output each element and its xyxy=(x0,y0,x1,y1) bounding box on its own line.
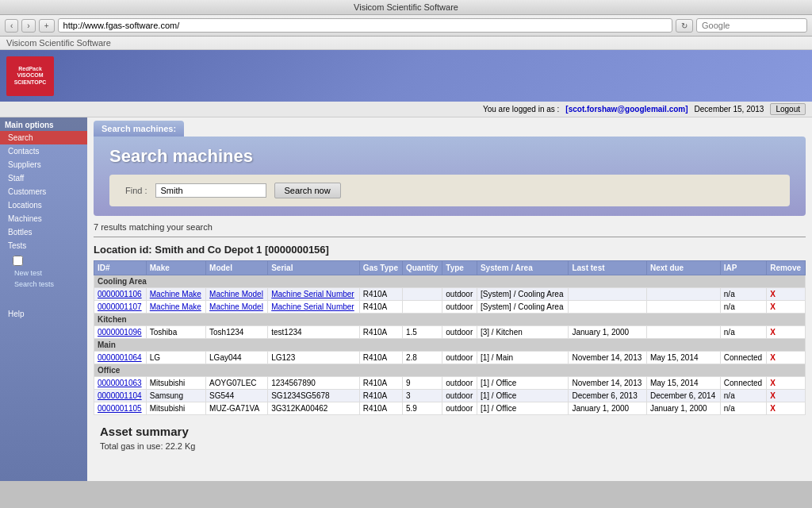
table-cell: AOYG07LEC xyxy=(206,377,268,390)
sidebar-item-customers[interactable]: Customers xyxy=(0,185,87,198)
table-cell: R410A xyxy=(359,326,402,339)
back-button[interactable]: ‹ xyxy=(5,19,18,33)
sidebar: Main options Search Contacts Suppliers S… xyxy=(0,117,87,481)
add-tab-button[interactable]: + xyxy=(39,19,55,33)
total-gas-label: Total gas in use: xyxy=(100,441,163,451)
table-cell[interactable]: X xyxy=(767,390,806,402)
user-email[interactable]: [scot.forshaw@googlemail.com] xyxy=(565,105,688,114)
table-cell: [1] / Main xyxy=(477,352,568,364)
location-header: Location id: Smith and Co Depot 1 [00000… xyxy=(94,244,806,256)
table-cell[interactable]: 0000001105 xyxy=(94,402,147,415)
logo-box: RedPackVISOCOMSCIENTOPC xyxy=(6,56,54,96)
sidebar-item-help[interactable]: Help xyxy=(0,307,87,321)
table-cell: LGay044 xyxy=(206,352,268,364)
table-cell xyxy=(402,301,442,314)
group-header-row: Office xyxy=(94,364,806,377)
table-cell[interactable]: 0000001096 xyxy=(94,326,147,339)
col-model: Model xyxy=(206,261,268,275)
table-cell: n/a xyxy=(720,326,766,339)
col-last-test: Last test xyxy=(569,261,647,275)
group-header-row: Cooling Area xyxy=(94,275,806,288)
bookmark-item[interactable]: Visicom Scientific Software xyxy=(6,38,111,48)
search-title: Search machines xyxy=(109,146,790,167)
search-now-button[interactable]: Search now xyxy=(274,183,341,198)
group-header-row: Kitchen xyxy=(94,314,806,326)
logo-text: RedPackVISOCOMSCIENTOPC xyxy=(14,66,47,86)
table-row: 0000001106Machine MakeMachine ModelMachi… xyxy=(94,288,806,301)
table-cell[interactable]: X xyxy=(767,377,806,390)
sidebar-item-locations[interactable]: Locations xyxy=(0,198,87,212)
col-id: ID# xyxy=(94,261,147,275)
sidebar-item-suppliers[interactable]: Suppliers xyxy=(0,158,87,171)
sidebar-sub-search-tests[interactable]: Search tests xyxy=(6,279,81,290)
sidebar-item-bottles[interactable]: Bottles xyxy=(0,225,87,239)
sidebar-section-label: Main options xyxy=(0,117,87,131)
forward-button[interactable]: › xyxy=(21,19,35,33)
logout-button[interactable]: Logout xyxy=(770,103,806,115)
table-cell: Machine Serial Number xyxy=(268,301,359,314)
table-cell: 2.8 xyxy=(402,352,442,364)
sidebar-item-staff[interactable]: Staff xyxy=(0,171,87,185)
table-cell: outdoor xyxy=(442,402,477,415)
sidebar-item-search[interactable]: Search xyxy=(0,131,87,144)
col-serial: Serial xyxy=(268,261,359,275)
table-cell: n/a xyxy=(720,301,766,314)
table-row: 0000001105MitsubishiMUZ-GA71VA3G312KA004… xyxy=(94,402,806,415)
table-cell[interactable]: 0000001064 xyxy=(94,352,147,364)
sidebar-sub-new-test[interactable]: New test xyxy=(6,267,81,279)
table-cell: SG1234SG5678 xyxy=(268,390,359,402)
sidebar-item-tests[interactable]: Tests xyxy=(0,239,87,252)
search-form-area: Find : Search now xyxy=(109,175,790,206)
table-cell[interactable]: X xyxy=(767,326,806,339)
table-cell: [1] / Office xyxy=(477,390,568,402)
table-cell: May 15, 2014 xyxy=(646,352,720,364)
table-cell[interactable]: X xyxy=(767,402,806,415)
col-type: Type xyxy=(442,261,477,275)
browser-search-input[interactable] xyxy=(696,18,807,33)
test-checkbox[interactable] xyxy=(13,256,23,266)
content-area: Main options Search Contacts Suppliers S… xyxy=(0,117,812,481)
table-cell: R410A xyxy=(359,390,402,402)
main-content: Search machines: Search machines Find : … xyxy=(87,117,812,481)
table-cell[interactable]: Machine Make xyxy=(146,301,205,314)
table-cell[interactable]: 0000001063 xyxy=(94,377,147,390)
table-row: 0000001107Machine MakeMachine ModelMachi… xyxy=(94,301,806,314)
table-cell[interactable]: Machine Model xyxy=(206,301,268,314)
table-cell[interactable]: X xyxy=(767,288,806,301)
table-cell: outdoor xyxy=(442,301,477,314)
table-cell[interactable]: Machine Model xyxy=(206,288,268,301)
table-cell: December 6, 2013 xyxy=(569,390,647,402)
user-bar: You are logged in as : [scot.forshaw@goo… xyxy=(0,102,812,117)
table-cell: n/a xyxy=(720,288,766,301)
page-header: RedPackVISOCOMSCIENTOPC xyxy=(0,50,812,102)
table-cell[interactable]: X xyxy=(767,352,806,364)
sidebar-item-contacts[interactable]: Contacts xyxy=(0,144,87,158)
table-cell xyxy=(646,301,720,314)
table-cell: Connected xyxy=(720,377,766,390)
table-cell[interactable]: X xyxy=(767,301,806,314)
table-cell[interactable]: Machine Make xyxy=(146,288,205,301)
url-input[interactable] xyxy=(58,18,672,33)
table-cell: LG123 xyxy=(268,352,359,364)
url-bar: ↻ xyxy=(58,18,693,33)
find-input[interactable] xyxy=(155,183,266,198)
page-wrapper: RedPackVISOCOMSCIENTOPC You are logged i… xyxy=(0,50,812,481)
sidebar-item-machines[interactable]: Machines xyxy=(0,212,87,225)
table-cell: R410A xyxy=(359,402,402,415)
col-remove: Remove xyxy=(767,261,806,275)
table-cell: SG544 xyxy=(206,390,268,402)
table-cell: outdoor xyxy=(442,326,477,339)
table-cell[interactable]: 0000001104 xyxy=(94,390,147,402)
col-iap: IAP xyxy=(720,261,766,275)
reload-button[interactable]: ↻ xyxy=(676,19,693,33)
table-cell: November 14, 2013 xyxy=(569,352,647,364)
table-cell[interactable]: 0000001107 xyxy=(94,301,147,314)
search-header-box: Search machines Find : Search now xyxy=(94,137,806,216)
table-cell: test1234 xyxy=(268,326,359,339)
logged-in-label: You are logged in as : xyxy=(483,105,559,114)
table-cell xyxy=(646,326,720,339)
col-system-area: System / Area xyxy=(477,261,568,275)
search-machines-tab[interactable]: Search machines: xyxy=(94,121,184,137)
table-cell[interactable]: 0000001106 xyxy=(94,288,147,301)
table-cell: [System] / Cooling Area xyxy=(477,288,568,301)
